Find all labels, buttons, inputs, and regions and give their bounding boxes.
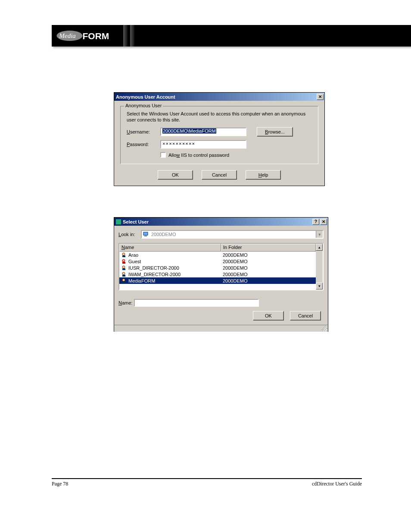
svg-rect-3 bbox=[143, 232, 148, 235]
svg-rect-8 bbox=[122, 262, 125, 264]
list-item[interactable]: IUSR_DIRECTOR-20002000DEMO bbox=[119, 264, 316, 271]
svg-text:FORM: FORM bbox=[83, 31, 109, 41]
dlg1-title: Anonymous User Account bbox=[116, 94, 316, 100]
close-icon[interactable]: ✕ bbox=[317, 94, 324, 100]
header-divider-2 bbox=[130, 25, 134, 47]
list-item[interactable]: IWAM_DIRECTOR-20002000DEMO bbox=[119, 271, 316, 277]
svg-rect-10 bbox=[122, 268, 125, 270]
browse-button[interactable]: Browse... bbox=[257, 127, 293, 137]
svg-rect-6 bbox=[122, 255, 125, 257]
scroll-up-icon[interactable]: ▴ bbox=[316, 244, 323, 251]
svg-point-13 bbox=[122, 279, 125, 281]
list-item[interactable]: Guest2000DEMO bbox=[119, 258, 316, 264]
anonymous-user-dialog: Anonymous User Account ✕ Anonymous User … bbox=[114, 92, 325, 186]
password-input[interactable]: ×××××××××× bbox=[160, 140, 246, 149]
chevron-down-icon[interactable]: ▾ bbox=[316, 231, 323, 238]
mediaform-logo: Media FORM bbox=[56, 28, 121, 43]
col-header-name[interactable]: Name bbox=[119, 244, 221, 252]
list-item-folder: 2000DEMO bbox=[221, 259, 316, 264]
user-icon bbox=[121, 278, 127, 283]
resize-grip-icon[interactable] bbox=[321, 325, 327, 331]
list-item[interactable]: MediaFORM2000DEMO bbox=[119, 277, 316, 284]
cancel-button[interactable]: Cancel bbox=[290, 311, 321, 320]
list-item-name: IWAM_DIRECTOR-2000 bbox=[128, 272, 181, 277]
svg-text:Media: Media bbox=[59, 32, 76, 39]
cancel-button[interactable]: Cancel bbox=[202, 170, 237, 180]
groupbox-description: Select the Windows User Account used to … bbox=[127, 111, 312, 123]
col-header-folder[interactable]: In Folder bbox=[221, 244, 316, 252]
list-item-folder: 2000DEMO bbox=[221, 265, 316, 271]
list-item-name: Guest bbox=[128, 259, 141, 264]
svg-point-9 bbox=[122, 266, 125, 268]
user-icon bbox=[121, 265, 127, 271]
name-label: Name: bbox=[118, 300, 132, 305]
username-input[interactable]: 2000DEMO\MediaFORM bbox=[160, 128, 246, 136]
groupbox-legend: Anonymous User bbox=[124, 103, 163, 108]
select-user-dialog: Select User ? ✕ Look in: 2000DEMO ▾ Name… bbox=[114, 217, 328, 332]
page-header-bar: Media FORM bbox=[52, 25, 411, 47]
anonymous-user-groupbox: Anonymous User Select the Windows User A… bbox=[120, 106, 318, 164]
user-listview[interactable]: Name In Folder Arao2000DEMOGuest2000DEMO… bbox=[118, 243, 324, 290]
list-item-folder: 2000DEMO bbox=[221, 272, 316, 277]
header-divider-1 bbox=[123, 25, 128, 47]
footer-page: Page 78 bbox=[52, 481, 68, 487]
allow-iis-label: Allow IIS to control password bbox=[168, 152, 229, 158]
guest-user-icon bbox=[121, 259, 127, 264]
help-button[interactable]: Help bbox=[246, 170, 281, 180]
ok-button[interactable]: OK bbox=[158, 170, 193, 180]
list-item[interactable]: Arao2000DEMO bbox=[119, 252, 316, 258]
footer-doc-title: cdDirector User's Guide bbox=[312, 481, 362, 487]
allow-iis-checkbox-row[interactable]: Allow IIS to control password bbox=[160, 152, 312, 158]
list-item-folder: 2000DEMO bbox=[221, 278, 316, 283]
lookin-label: Look in: bbox=[118, 232, 141, 237]
list-item-folder: 2000DEMO bbox=[221, 252, 316, 258]
svg-point-5 bbox=[122, 253, 125, 255]
dlg2-statusbar bbox=[114, 325, 328, 332]
list-item-name: Arao bbox=[128, 252, 138, 258]
svg-rect-14 bbox=[122, 281, 125, 283]
lookin-value: 2000DEMO bbox=[151, 232, 176, 237]
user-icon bbox=[121, 272, 127, 277]
name-input[interactable] bbox=[134, 299, 259, 307]
dlg1-titlebar[interactable]: Anonymous User Account ✕ bbox=[114, 93, 324, 101]
select-user-icon bbox=[116, 219, 121, 224]
svg-rect-12 bbox=[122, 275, 125, 277]
svg-rect-4 bbox=[144, 236, 147, 236]
dlg2-title: Select User bbox=[123, 219, 311, 224]
list-item-name: IUSR_DIRECTOR-2000 bbox=[128, 265, 179, 271]
list-item-name: MediaFORM bbox=[128, 278, 155, 283]
ok-button[interactable]: OK bbox=[253, 311, 284, 320]
password-label: Password: bbox=[127, 142, 160, 147]
user-icon bbox=[121, 252, 127, 258]
dlg2-titlebar[interactable]: Select User ? ✕ bbox=[114, 218, 328, 226]
help-icon[interactable]: ? bbox=[312, 219, 319, 225]
lookin-combo[interactable]: 2000DEMO ▾ bbox=[141, 230, 324, 239]
username-label: Username: bbox=[127, 129, 160, 134]
scroll-down-icon[interactable]: ▾ bbox=[316, 283, 323, 289]
svg-point-7 bbox=[122, 259, 125, 262]
page-footer: Page 78 cdDirector User's Guide bbox=[52, 478, 362, 487]
svg-point-11 bbox=[122, 272, 125, 275]
allow-iis-checkbox[interactable] bbox=[160, 152, 166, 158]
listview-scrollbar[interactable]: ▴ ▾ bbox=[316, 244, 323, 289]
computer-icon bbox=[143, 231, 149, 237]
close-icon[interactable]: ✕ bbox=[320, 219, 327, 225]
